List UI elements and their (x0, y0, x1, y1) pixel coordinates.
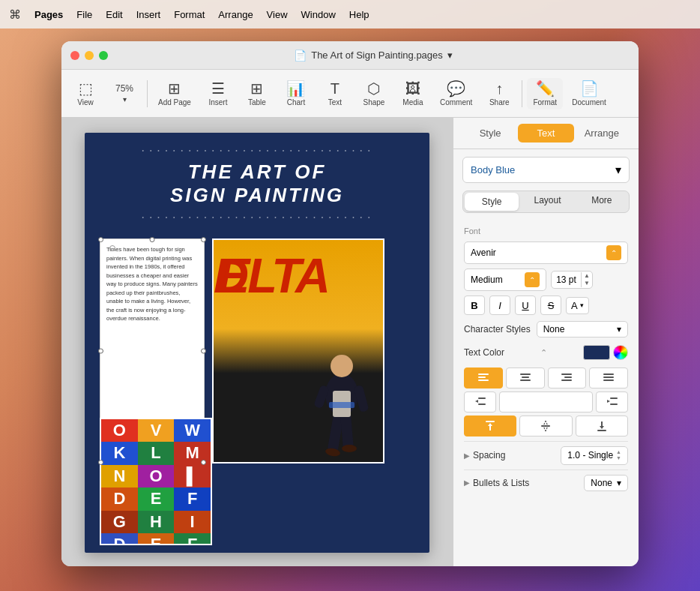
valign-top-button[interactable] (464, 416, 516, 436)
toolbar-zoom[interactable]: 75% ▾ (106, 81, 142, 106)
close-button[interactable] (70, 51, 79, 60)
svg-rect-30 (541, 425, 550, 427)
subtab-style[interactable]: Style (465, 193, 519, 211)
font-size-value: 13 pt (552, 272, 581, 288)
dropdown-chevron-icon: ▾ (615, 163, 621, 177)
menu-help[interactable]: Help (349, 9, 369, 20)
text-color-swatch[interactable] (583, 345, 610, 360)
indent-increase-button[interactable] (596, 392, 628, 412)
toolbar-share[interactable]: ↑ Share (481, 78, 517, 110)
paragraph-style-dropdown[interactable]: Body Blue ▾ (462, 157, 630, 183)
shape-icon: ⬡ (367, 81, 380, 96)
italic-button[interactable]: I (489, 296, 510, 315)
menu-insert[interactable]: Insert (136, 9, 161, 20)
menu-window[interactable]: Window (301, 9, 336, 20)
spacing-label: Spacing (473, 450, 505, 460)
title-chevron-icon[interactable]: ▾ (447, 50, 453, 61)
document-toolbar-icon: 📄 (580, 81, 599, 96)
menu-edit[interactable]: Edit (106, 9, 122, 20)
toolbar-media[interactable]: 🖼 Media (395, 78, 431, 110)
svg-rect-10 (478, 374, 489, 375)
bullets-label: Bullets & Lists (473, 478, 529, 488)
svg-rect-21 (603, 380, 614, 381)
tab-text[interactable]: Text (518, 124, 573, 142)
svg-rect-27 (610, 404, 618, 405)
toolbar-insert[interactable]: ☰ Insert (200, 78, 236, 110)
align-center-button[interactable] (506, 368, 545, 388)
svg-rect-16 (561, 374, 572, 375)
minimize-button[interactable] (85, 51, 94, 60)
menu-view[interactable]: View (267, 9, 288, 20)
page-body-text: Times have been tough for sign painters.… (106, 246, 198, 322)
toolbar-view[interactable]: ⬚ View (67, 78, 103, 110)
spacing-value-box[interactable]: 1.0 - Single ▲ ▼ (561, 446, 628, 465)
toolbar-add-page[interactable]: ⊞ Add Page (152, 78, 197, 110)
valign-bottom-button[interactable] (576, 416, 628, 436)
toolbar-chart[interactable]: 📊 Chart (278, 78, 314, 110)
tab-arrange[interactable]: Arrange (574, 124, 630, 142)
document-title: The Art of Sign Painting.pages (311, 50, 443, 61)
toolbar-document[interactable]: 📄 Document (566, 78, 612, 110)
indent-decrease-button[interactable] (464, 392, 496, 412)
toolbar-format[interactable]: ✏️ Format (527, 78, 563, 110)
font-style-size-row: Medium ⌃ 13 pt ▲ ▼ (464, 268, 628, 291)
apple-menu[interactable]: ⌘ (9, 8, 21, 22)
svg-marker-23 (475, 400, 478, 403)
text-color-picker-button[interactable]: A ▾ (566, 297, 589, 314)
bullets-expand-icon[interactable]: ▶ (464, 478, 470, 487)
spacing-down-icon[interactable]: ▼ (616, 455, 621, 461)
align-right-button[interactable] (548, 368, 587, 388)
char-styles-value: None (543, 324, 565, 334)
bold-button[interactable]: B (464, 296, 485, 315)
svg-rect-28 (486, 421, 495, 422)
maximize-button[interactable] (99, 51, 108, 60)
page-title: THE ART OF SIGN PAINTING (107, 160, 407, 207)
toolbar-table[interactable]: ⊞ Table (239, 78, 275, 110)
spacing-expand-icon[interactable]: ▶ (464, 452, 470, 460)
app-name[interactable]: Pages (34, 9, 63, 20)
titlebar-center: 📄 The Art of Sign Painting.pages ▾ (117, 50, 630, 62)
align-left-icon (478, 374, 489, 382)
svg-rect-17 (564, 376, 572, 378)
align-spacer (499, 392, 593, 412)
char-styles-select[interactable]: None ▾ (537, 321, 628, 338)
canvas-area[interactable]: • • • • • • • • • • • • • • • • • • • • … (61, 118, 453, 566)
spacing-left: ▶ Spacing (464, 450, 505, 460)
font-select-arrow-icon: ⌃ (606, 245, 621, 260)
svg-rect-20 (603, 376, 614, 378)
font-name-select[interactable]: Avenir ⌃ (464, 242, 628, 264)
alignment-section (464, 368, 628, 436)
add-page-icon: ⊞ (168, 81, 181, 96)
svg-marker-31 (543, 421, 548, 424)
main-image: ELTA D (212, 238, 384, 464)
window-controls (70, 51, 108, 60)
spacing-up-icon[interactable]: ▲ (616, 449, 621, 455)
subtab-layout[interactable]: Layout (520, 191, 574, 212)
toolbar-comment[interactable]: 💬 Comment (434, 78, 478, 110)
align-justify-button[interactable] (589, 368, 628, 388)
menu-file[interactable]: File (76, 9, 92, 20)
toolbar-shape[interactable]: ⬡ Shape (356, 78, 392, 110)
toolbar-text[interactable]: T Text (317, 78, 353, 110)
strikethrough-button[interactable]: S (540, 296, 561, 315)
align-left-button[interactable] (464, 368, 503, 388)
font-size-up[interactable]: ▲ (582, 272, 592, 280)
menu-arrange[interactable]: Arrange (218, 9, 253, 20)
font-name-value: Avenir (471, 248, 496, 258)
svg-rect-13 (520, 374, 531, 375)
bullets-select[interactable]: None ▾ (584, 475, 628, 491)
tab-style[interactable]: Style (462, 124, 518, 142)
color-wheel[interactable] (613, 345, 628, 360)
svg-rect-25 (610, 398, 618, 399)
bullets-left: ▶ Bullets & Lists (464, 478, 529, 488)
font-size-box[interactable]: 13 pt ▲ ▼ (551, 271, 593, 289)
menu-format[interactable]: Format (174, 9, 205, 20)
font-size-down[interactable]: ▼ (582, 280, 592, 287)
media-icon: 🖼 (405, 81, 420, 96)
comment-icon: 💬 (447, 81, 465, 96)
subtab-more[interactable]: More (575, 191, 629, 212)
font-style-select[interactable]: Medium ⌃ (464, 268, 546, 291)
underline-button[interactable]: U (515, 296, 536, 315)
valign-middle-button[interactable] (519, 416, 572, 436)
svg-point-1 (331, 355, 353, 377)
